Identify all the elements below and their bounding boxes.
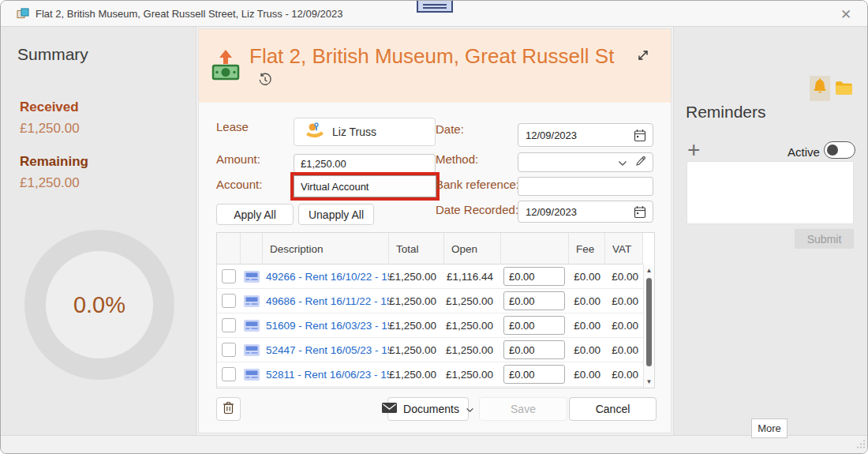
open-value: £1,250.00 bbox=[444, 295, 501, 307]
row-checkbox[interactable] bbox=[222, 269, 236, 283]
col-description: Description bbox=[263, 233, 389, 265]
allocate-amount-input[interactable] bbox=[503, 365, 565, 384]
table-row: 52447 - Rent 16/05/23 - 15/... £1,250.00… bbox=[217, 338, 643, 362]
envelope-icon bbox=[382, 403, 397, 415]
table-row: 51609 - Rent 16/03/23 - 15/... £1,250.00… bbox=[217, 313, 643, 338]
vat-value: £0.00 bbox=[605, 295, 643, 307]
documents-button[interactable]: Documents bbox=[387, 397, 469, 421]
fee-value: £0.00 bbox=[569, 271, 605, 283]
bank-reference-field[interactable] bbox=[518, 177, 653, 196]
app-window: Flat 2, British Museum, Great Russell St… bbox=[0, 0, 868, 454]
allocate-amount-input[interactable] bbox=[503, 316, 565, 335]
delete-button[interactable] bbox=[216, 397, 241, 421]
active-label: Active bbox=[788, 145, 820, 159]
date-label: Date: bbox=[436, 122, 464, 136]
unapply-all-button[interactable]: Unapply All bbox=[298, 204, 374, 225]
method-label: Method: bbox=[436, 152, 478, 166]
row-checkbox[interactable] bbox=[222, 294, 236, 308]
reminders-tab[interactable] bbox=[810, 76, 830, 101]
total-value: £1,250.00 bbox=[389, 295, 444, 307]
row-checkbox[interactable] bbox=[222, 343, 236, 357]
lease-picker[interactable]: Liz Truss bbox=[294, 118, 436, 146]
fee-value: £0.00 bbox=[569, 295, 605, 307]
allocate-amount-input[interactable] bbox=[503, 291, 565, 310]
method-dropdown[interactable] bbox=[518, 152, 653, 172]
invoice-card-icon bbox=[241, 369, 263, 381]
cancel-button[interactable]: Cancel bbox=[569, 397, 657, 421]
open-value: £1,250.00 bbox=[444, 344, 501, 356]
more-button[interactable]: More bbox=[751, 418, 788, 438]
money-in-icon bbox=[211, 48, 240, 84]
method-field[interactable] bbox=[518, 156, 618, 168]
account-field[interactable] bbox=[294, 175, 436, 197]
amount-field[interactable] bbox=[294, 154, 436, 173]
date-picker[interactable] bbox=[518, 123, 653, 147]
vat-value: £0.00 bbox=[605, 320, 643, 332]
calendar-icon[interactable] bbox=[634, 205, 653, 219]
lease-label: Lease bbox=[216, 120, 249, 133]
scrollbar-thumb[interactable] bbox=[646, 278, 652, 366]
total-value: £1,250.00 bbox=[389, 369, 444, 381]
payment-panel: Flat 2, British Museum, Great Russell St… bbox=[198, 28, 672, 433]
charge-link[interactable]: 49266 - Rent 16/10/22 - 15/... bbox=[263, 271, 389, 283]
total-value: £1,250.00 bbox=[389, 320, 444, 332]
reminders-sidebar: Reminders + Active Submit bbox=[673, 27, 868, 435]
allocation-percent: 0.0% bbox=[73, 292, 125, 318]
vat-value: £0.00 bbox=[605, 271, 643, 283]
calendar-icon[interactable] bbox=[634, 129, 653, 142]
table-row: 49686 - Rent 16/11/22 - 15/... £1,250.00… bbox=[217, 289, 643, 313]
apply-all-button[interactable]: Apply All bbox=[216, 204, 294, 225]
col-open: Open bbox=[444, 233, 501, 265]
col-total: Total bbox=[389, 233, 444, 265]
scroll-up-icon[interactable]: ▲ bbox=[644, 267, 654, 274]
scroll-down-icon[interactable]: ▼ bbox=[644, 378, 654, 385]
folder-icon bbox=[835, 86, 853, 98]
date-field[interactable] bbox=[518, 129, 634, 141]
open-value: £1,250.00 bbox=[444, 369, 501, 381]
bell-icon bbox=[812, 78, 828, 99]
received-value: £1,250.00 bbox=[20, 121, 80, 137]
expand-icon[interactable] bbox=[634, 47, 653, 66]
save-button[interactable]: Save bbox=[479, 397, 567, 421]
allocation-table: Description Total Open Fee VAT 49266 - R… bbox=[216, 232, 655, 388]
documents-folder-tab[interactable] bbox=[833, 79, 854, 99]
add-reminder-button[interactable]: + bbox=[687, 137, 700, 163]
charge-link[interactable]: 52447 - Rent 16/05/23 - 15/... bbox=[263, 344, 389, 356]
payment-title: Flat 2, British Museum, Great Russell St bbox=[249, 44, 633, 69]
table-row: 49266 - Rent 16/10/22 - 15/... £1,250.00… bbox=[217, 265, 643, 289]
charge-link[interactable]: 51609 - Rent 16/03/23 - 15/... bbox=[263, 320, 389, 332]
date-recorded-field[interactable] bbox=[518, 206, 634, 218]
chevron-down-icon bbox=[466, 403, 474, 415]
date-recorded-label: Date Recorded: bbox=[436, 203, 518, 216]
date-recorded-picker[interactable] bbox=[518, 201, 653, 223]
window-snap-handle[interactable] bbox=[417, 1, 453, 13]
app-icon bbox=[17, 7, 29, 23]
invoice-card-icon bbox=[241, 344, 263, 356]
fee-value: £0.00 bbox=[569, 369, 605, 381]
submit-button[interactable]: Submit bbox=[795, 229, 854, 249]
chevron-down-icon[interactable] bbox=[618, 156, 627, 170]
close-button[interactable]: ✕ bbox=[834, 4, 858, 24]
edit-pencil-icon[interactable] bbox=[635, 156, 646, 170]
reminder-note-input[interactable] bbox=[687, 161, 854, 224]
active-toggle[interactable] bbox=[824, 141, 855, 159]
received-label: Received bbox=[20, 99, 79, 115]
documents-label: Documents bbox=[403, 403, 459, 415]
resize-grip-icon[interactable] bbox=[857, 437, 866, 452]
table-vertical-scrollbar[interactable]: ▲ ▼ bbox=[643, 265, 654, 388]
col-vat: VAT bbox=[605, 233, 643, 265]
annotation-red-box bbox=[290, 172, 440, 201]
charge-link[interactable]: 52811 - Rent 16/06/23 - 15/... bbox=[263, 369, 389, 381]
allocate-amount-input[interactable] bbox=[503, 340, 565, 359]
trash-icon bbox=[223, 401, 234, 417]
allocate-amount-input[interactable] bbox=[503, 267, 565, 286]
status-bar bbox=[1, 435, 868, 454]
charge-link[interactable]: 49686 - Rent 16/11/22 - 15/... bbox=[263, 295, 389, 307]
row-checkbox[interactable] bbox=[222, 318, 236, 332]
table-header-row: Description Total Open Fee VAT bbox=[217, 233, 643, 265]
invoice-card-icon bbox=[241, 320, 263, 332]
total-value: £1,250.00 bbox=[389, 344, 444, 356]
summary-heading: Summary bbox=[17, 45, 88, 64]
row-checkbox[interactable] bbox=[222, 367, 236, 381]
history-icon[interactable] bbox=[257, 73, 273, 88]
